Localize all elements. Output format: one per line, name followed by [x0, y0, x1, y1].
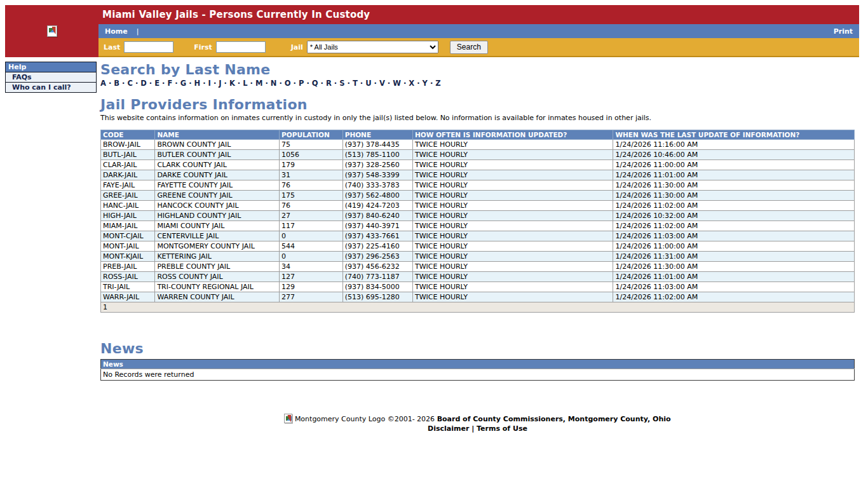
- table-cell: TWICE HOURLY: [412, 140, 613, 150]
- last-name-input[interactable]: [124, 41, 173, 53]
- search-button[interactable]: Search: [450, 41, 488, 54]
- pagination-page-number[interactable]: 1: [101, 302, 855, 313]
- nav-left: Home |: [105, 27, 139, 36]
- table-cell: 76: [280, 180, 343, 191]
- alphabet-separator: ·: [222, 79, 229, 88]
- column-header-code: CODE: [101, 130, 155, 140]
- alphabet-letter-link[interactable]: X: [409, 79, 414, 88]
- column-header-update-frequency: HOW OFTEN IS INFORMATION UPDATED?: [412, 130, 613, 140]
- table-row: MONT-KJAILKETTERING JAIL0(937) 296-2563T…: [101, 252, 855, 262]
- table-cell: (937) 328-2560: [342, 160, 412, 170]
- alphabet-letter-link[interactable]: R: [326, 79, 332, 88]
- table-cell: 175: [280, 191, 343, 201]
- table-row: PREB-JAILPREBLE COUNTY JAIL34(937) 456-6…: [101, 262, 855, 272]
- nav-print-link[interactable]: Print: [834, 27, 853, 36]
- alphabet-letter-link[interactable]: L: [243, 79, 247, 88]
- alphabet-separator: ·: [304, 79, 311, 88]
- nav-home-link[interactable]: Home: [105, 27, 128, 36]
- alphabet-letter-link[interactable]: B: [114, 79, 119, 88]
- first-name-input[interactable]: [216, 41, 266, 53]
- header-right: Miami Valley Jails - Persons Currently I…: [98, 5, 859, 57]
- alphabet-letter-link[interactable]: K: [229, 79, 235, 88]
- table-cell: 127: [280, 272, 343, 282]
- table-cell: 1/24/2026 11:16:00 AM: [613, 140, 855, 150]
- table-cell: 1/24/2026 11:03:00 AM: [613, 231, 855, 241]
- table-cell: 277: [280, 292, 343, 302]
- alphabet-letter-link[interactable]: T: [353, 79, 358, 88]
- alphabet-letter-link[interactable]: M: [255, 79, 262, 88]
- column-header-phone: PHONE: [342, 130, 412, 140]
- sidebar-header-help[interactable]: Help: [6, 62, 96, 72]
- page-footer: Montgomery County Logo ©2001- 2026 Board…: [100, 414, 855, 433]
- page-header: Miami Valley Jails - Persons Currently I…: [5, 5, 859, 57]
- table-row: GREE-JAILGREENE COUNTY JAIL175(937) 562-…: [101, 191, 855, 201]
- alphabet-letter-link[interactable]: E: [154, 79, 159, 88]
- table-cell: DARK-JAIL: [101, 170, 155, 180]
- alphabet-letter-link[interactable]: G: [180, 79, 186, 88]
- alphabet-separator: ·: [200, 79, 208, 88]
- alphabet-letter-link[interactable]: D: [140, 79, 147, 88]
- alphabet-letter-link[interactable]: S: [339, 79, 344, 88]
- sidebar-item-faqs[interactable]: FAQs: [6, 72, 96, 83]
- table-cell: (937) 440-3971: [342, 221, 412, 231]
- table-row: DARK-JAILDARKE COUNTY JAIL31(937) 548-33…: [101, 170, 855, 180]
- table-cell: CLARK COUNTY JAIL: [155, 160, 280, 170]
- table-cell: 179: [280, 160, 343, 170]
- first-name-label: First: [194, 43, 212, 51]
- table-cell: (513) 785-1100: [342, 150, 412, 160]
- news-table: News No Records were returned: [100, 359, 855, 381]
- sidebar-item-who-can-i-call[interactable]: Who can I call?: [6, 83, 96, 92]
- table-cell: TWICE HOURLY: [412, 170, 613, 180]
- table-cell: 1/24/2026 11:01:00 AM: [613, 272, 855, 282]
- table-cell: HIGHLAND COUNTY JAIL: [155, 211, 280, 221]
- alphabet-letter-link[interactable]: Q: [312, 79, 318, 88]
- table-cell: 117: [280, 221, 343, 231]
- jail-providers-table: CODE NAME POPULATION PHONE HOW OFTEN IS …: [100, 130, 855, 313]
- alphabet-separator: ·: [428, 79, 435, 88]
- alphabet-separator: ·: [186, 79, 194, 88]
- table-cell: FAYE-JAIL: [101, 180, 155, 191]
- last-name-label: Last: [104, 43, 120, 51]
- disclaimer-link[interactable]: Disclaimer: [428, 424, 469, 433]
- alphabet-separator: ·: [414, 79, 422, 88]
- table-cell: 27: [280, 211, 343, 221]
- table-cell: TWICE HOURLY: [412, 211, 613, 221]
- table-cell: 1/24/2026 10:32:00 AM: [613, 211, 855, 221]
- table-cell: BROWN COUNTY JAIL: [155, 140, 280, 150]
- alphabet-letter-link[interactable]: V: [379, 79, 385, 88]
- table-cell: TWICE HOURLY: [412, 231, 613, 241]
- table-row: MONT-CJAILCENTERVILLE JAIL0(937) 433-766…: [101, 231, 855, 241]
- table-cell: 1/24/2026 11:02:00 AM: [613, 221, 855, 231]
- table-row: MIAM-JAILMIAMI COUNTY JAIL117(937) 440-3…: [101, 221, 855, 231]
- alphabet-letter-link[interactable]: O: [285, 79, 291, 88]
- terms-of-use-link[interactable]: Terms of Use: [477, 424, 527, 433]
- jail-label: Jail: [291, 43, 303, 51]
- alphabet-letter-link[interactable]: W: [393, 79, 401, 88]
- table-cell: TWICE HOURLY: [412, 180, 613, 191]
- alphabet-letter-link[interactable]: Y: [423, 79, 428, 88]
- table-cell: (740) 333-3783: [342, 180, 412, 191]
- alphabet-separator: ·: [372, 79, 379, 88]
- table-cell: FAYETTE COUNTY JAIL: [155, 180, 280, 191]
- search-by-last-name-title: Search by Last Name: [100, 62, 855, 78]
- providers-description: This website contains information on inm…: [100, 114, 855, 122]
- alphabet-separator: ·: [147, 79, 154, 88]
- alphabet-separator: ·: [235, 79, 243, 88]
- table-cell: TRI-COUNTY REGIONAL JAIL: [155, 282, 280, 292]
- table-cell: MONT-JAIL: [101, 241, 155, 252]
- alphabet-letter-link[interactable]: Z: [435, 79, 440, 88]
- alphabet-separator: ·: [119, 79, 127, 88]
- alphabet-letter-link[interactable]: C: [127, 79, 132, 88]
- table-cell: MONT-KJAIL: [101, 252, 155, 262]
- alphabet-letter-link[interactable]: U: [365, 79, 371, 88]
- jail-select[interactable]: * All Jails: [307, 41, 438, 53]
- alphabet-letter-link[interactable]: N: [271, 79, 277, 88]
- alphabet-letter-link[interactable]: H: [194, 79, 201, 88]
- jail-providers-title: Jail Providers Information: [100, 97, 855, 112]
- table-cell: GREE-JAIL: [101, 191, 155, 201]
- pagination-row: 1: [101, 302, 855, 313]
- table-cell: (937) 562-4800: [342, 191, 412, 201]
- column-header-last-update: WHEN WAS THE LAST UPDATE OF INFORMATION?: [613, 130, 855, 140]
- alphabet-letter-link[interactable]: A: [100, 79, 106, 88]
- help-sidebar: Help FAQs Who can I call?: [5, 62, 97, 93]
